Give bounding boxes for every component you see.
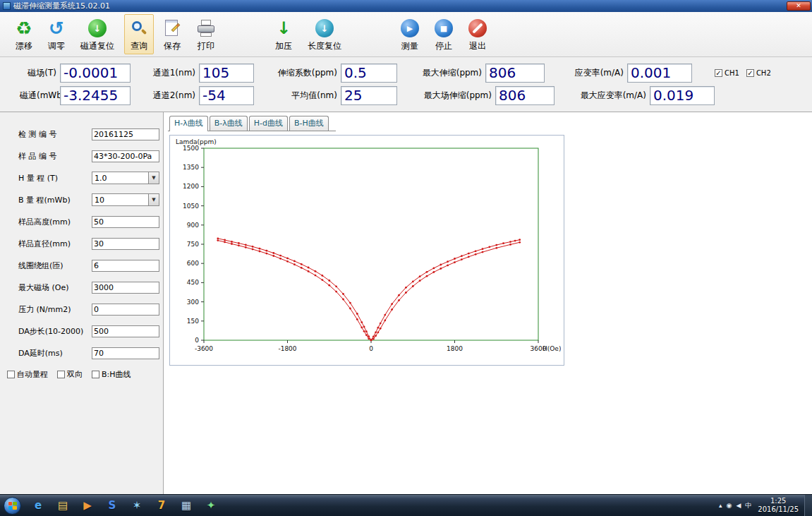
svg-text:-1800: -1800 (278, 345, 296, 352)
checkbox-box-bidirectional[interactable] (57, 371, 65, 378)
toolbar-button-query[interactable]: 查询 (124, 14, 154, 54)
show-desktop-button[interactable] (804, 495, 812, 516)
print-icon (196, 19, 216, 37)
title-bar[interactable]: 磁滞伸缩测量系统15.02.01 ✕ (0, 0, 812, 12)
field-label: 样品高度(mm) (18, 217, 92, 227)
reading-max-elongation: 最大伸缩(ppm)806 (418, 64, 545, 83)
toolbar-button-pressurize[interactable]: ↓加压 (269, 14, 298, 54)
snowflake-app-icon: ✶ (133, 499, 142, 512)
field-label: 线圈绕组(匝) (18, 260, 92, 271)
checkbox-box-auto-range[interactable] (7, 371, 15, 378)
clock[interactable]: 1:25 2016/11/25 (758, 497, 799, 515)
taskbar-app-file-explorer[interactable]: ▤ (51, 497, 74, 515)
input-method-icon[interactable]: 中 (745, 501, 751, 510)
checkbox-label: B:H曲线 (102, 369, 131, 380)
toolbar-iconbox: ↓ (277, 17, 291, 40)
field-label: DA步长(10-2000) (18, 326, 92, 337)
taskbar-app-browser-s[interactable]: S (101, 497, 123, 515)
toolbox-app-icon: ✦ (207, 499, 216, 512)
field-input-sample-height[interactable] (92, 216, 159, 228)
toolbar-button-stop[interactable]: ■停止 (429, 14, 459, 54)
start-button[interactable] (4, 497, 21, 515)
toolbar-button-measure[interactable]: ▶测量 (395, 14, 425, 54)
checkbox-auto-range[interactable]: 自动量程 (7, 369, 48, 380)
field-input-test-number[interactable] (92, 128, 159, 140)
reading-max-field-elongation: 最大场伸缩(ppm)806 (418, 86, 555, 105)
toolbar-button-print[interactable]: 打印 (190, 14, 222, 54)
field-label: 检 测 编 号 (18, 129, 92, 140)
toolbar-iconbox: ↓ (88, 17, 107, 40)
close-button[interactable]: ✕ (787, 1, 811, 11)
toolbar-label: 停止 (435, 40, 452, 52)
checkbox-box-bh-curve[interactable] (92, 371, 99, 378)
toolbar-button-save[interactable]: 保存 (158, 14, 186, 54)
toolbar-iconbox: ▶ (401, 17, 419, 40)
length-reset-icon: ↓ (315, 19, 334, 37)
toolbar-iconbox (164, 17, 181, 40)
stop-icon: ■ (435, 19, 453, 37)
taskbar-app-toolbox-app[interactable]: ✦ (200, 497, 222, 515)
reading-value-max-strain-rate: 0.019 (650, 86, 715, 105)
field-input-da-step[interactable] (92, 325, 159, 337)
taskbar-app-archiver-7z[interactable]: 7 (150, 497, 173, 515)
toolbar-button-flux-reset[interactable]: ↓磁通复位 (75, 14, 120, 54)
reading-value-channel1: 105 (199, 64, 254, 83)
reading-channel2: 通道2(nm)-54 (152, 86, 254, 105)
reading-flux: 磁通(mWb)-3.2455 (20, 86, 131, 105)
flux-reset-icon: ↓ (88, 19, 107, 37)
toolbar-button-length-reset[interactable]: ↓长度复位 (302, 14, 347, 54)
channel-toggle-ch1[interactable]: ✓CH1 (715, 69, 739, 77)
reading-label: 通道2(nm) (152, 90, 195, 102)
svg-text:750: 750 (187, 241, 199, 248)
svg-text:900: 900 (187, 222, 199, 229)
field-select-b-range[interactable]: 10▼ (92, 193, 159, 206)
channel-label: CH2 (756, 69, 771, 77)
status-icon-icon[interactable]: ◉ (727, 502, 732, 509)
drift-icon: ♻ (16, 18, 32, 39)
field-input-da-delay[interactable] (92, 347, 159, 359)
reading-label: 伸缩系数(ppm) (275, 67, 337, 79)
toolbar-iconbox: ■ (435, 17, 453, 40)
field-sample-number: 样 品 编 号 (0, 150, 163, 162)
volume-icon-icon[interactable]: ◀ (736, 502, 741, 509)
toolbar-button-exit[interactable]: 退出 (463, 14, 492, 54)
reading-label: 磁通(mWb) (20, 90, 56, 102)
field-input-pressure[interactable] (92, 304, 159, 316)
hidden-icons-icon[interactable]: ▴ (719, 502, 722, 509)
toolbar-iconbox: ↺ (49, 17, 64, 40)
taskbar-app-notepad-plus[interactable]: ▦ (175, 497, 198, 515)
checkbox-ch2[interactable]: ✓ (746, 69, 754, 77)
clock-time: 1:25 (758, 497, 799, 506)
field-select-h-range[interactable]: 1.0▼ (92, 172, 159, 184)
toolbar-button-drift[interactable]: ♻漂移 (10, 14, 38, 54)
field-input-sample-number[interactable] (92, 150, 159, 162)
application-window: 磁滞伸缩测量系统15.02.01 ✕ ♻漂移↺调零↓磁通复位查询保存打印↓加压↓… (0, 0, 812, 516)
main-area: H-λ曲线B-λ曲线H-d曲线B-H曲线 0150300450600750900… (164, 112, 812, 494)
taskbar-app-snowflake-app[interactable]: ✶ (126, 497, 148, 515)
reading-label: 最大伸缩(ppm) (418, 67, 482, 79)
tab-h-lambda[interactable]: H-λ曲线 (169, 116, 208, 131)
tab-b-h[interactable]: B-H曲线 (289, 116, 329, 131)
checkbox-ch1[interactable]: ✓ (715, 69, 722, 77)
toolbar-button-zero-adjust[interactable]: ↺调零 (42, 14, 71, 54)
select-value: 1.0 (92, 174, 148, 183)
toolbar-label: 加压 (275, 40, 292, 52)
checkbox-bidirectional[interactable]: 双向 (57, 369, 83, 380)
checkbox-bh-curve[interactable]: B:H曲线 (92, 369, 131, 380)
tab-h-d[interactable]: H-d曲线 (249, 116, 288, 131)
taskbar-app-internet-explorer[interactable]: e (27, 497, 49, 515)
svg-text:-3600: -3600 (195, 345, 213, 352)
body (198, 25, 214, 32)
field-input-max-field[interactable] (92, 282, 159, 294)
field-input-coil-turns[interactable] (92, 260, 159, 272)
field-input-sample-diameter[interactable] (92, 238, 159, 250)
reading-average: 平均值(nm)25 (275, 86, 397, 105)
reading-label: 通道1(nm) (152, 67, 195, 79)
tab-b-lambda[interactable]: B-λ曲线 (210, 116, 248, 131)
taskbar-app-media-player[interactable]: ▶ (76, 497, 99, 515)
channel-toggle-ch2[interactable]: ✓CH2 (746, 69, 771, 77)
toolbar-label: 漂移 (16, 40, 32, 52)
svg-text:1350: 1350 (183, 164, 199, 171)
toolbar-label: 查询 (131, 40, 147, 52)
field-h-range: H 量 程 (T)1.0▼ (0, 172, 163, 184)
